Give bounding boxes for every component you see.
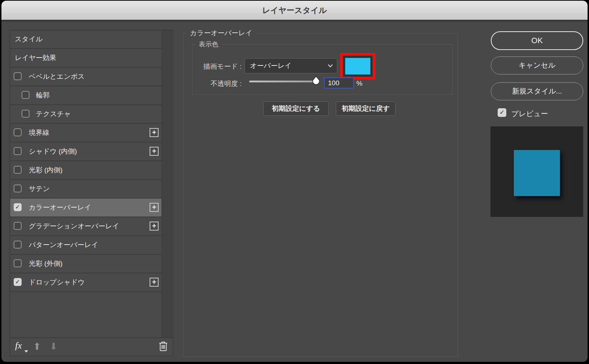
effect-checkbox-checked[interactable]: ✓ <box>14 278 22 286</box>
sidebar-item-label: サテン <box>29 180 50 198</box>
opacity-slider-track[interactable] <box>249 81 318 82</box>
sidebar-item-1[interactable]: レイヤー効果 <box>10 49 161 68</box>
effects-sidebar: スタイルレイヤー効果ベベルとエンボス輪郭テクスチャ境界線+シャドウ (内側)+光… <box>10 30 173 356</box>
sidebar-item-label: テクスチャ <box>36 105 71 123</box>
sidebar-item-label: レイヤー効果 <box>15 49 56 67</box>
sidebar-item-label: 境界線 <box>29 124 49 142</box>
blend-mode-select[interactable]: オーバーレイ <box>245 58 337 73</box>
new-style-button[interactable]: 新規スタイル... <box>491 82 583 100</box>
check-icon: ✓ <box>498 108 506 117</box>
effect-checkbox-unchecked[interactable] <box>14 241 22 249</box>
sidebar-item-label: パターンオーバーレイ <box>29 236 98 254</box>
effect-checkbox-checked[interactable]: ✓ <box>14 203 22 211</box>
section-title: カラーオーバーレイ <box>187 28 256 38</box>
style-preview-swatch <box>514 150 560 196</box>
opacity-input[interactable] <box>324 77 354 88</box>
sidebar-item-label: カラーオーバーレイ <box>29 199 91 217</box>
check-icon: ✓ <box>14 278 22 286</box>
highlight-annotation-box <box>340 53 375 79</box>
add-effect-instance-button[interactable]: + <box>150 222 159 231</box>
ok-button[interactable]: OK <box>491 31 583 50</box>
sidebar-scrollbar[interactable] <box>161 30 174 338</box>
make-default-button[interactable]: 初期設定にする <box>263 101 329 116</box>
sidebar-item-2[interactable]: ベベルとエンボス <box>10 68 161 86</box>
check-icon: ✓ <box>14 203 22 211</box>
style-preview-area <box>490 126 583 217</box>
sidebar-item-label: グラデーションオーバーレイ <box>29 217 119 235</box>
sidebar-item-label: ベベルとエンボス <box>29 68 85 86</box>
sidebar-item-label: ドロップシャドウ <box>29 273 85 291</box>
sidebar-item-label: スタイル <box>15 30 43 48</box>
sidebar-item-3[interactable]: 輪郭 <box>10 86 161 105</box>
sidebar-item-4[interactable]: テクスチャ <box>10 105 161 124</box>
sidebar-item-7[interactable]: 光彩 (内側) <box>10 161 161 180</box>
effect-checkbox-unchecked[interactable] <box>14 166 22 174</box>
effect-checkbox-unchecked[interactable] <box>14 128 22 136</box>
effect-checkbox-unchecked[interactable] <box>22 110 29 118</box>
sidebar-item-8[interactable]: サテン <box>10 180 161 199</box>
fx-caret-icon <box>24 350 28 352</box>
titlebar-shadow <box>1 20 588 22</box>
sidebar-item-label: シャドウ (内側) <box>29 142 77 160</box>
effect-checkbox-unchecked[interactable] <box>14 72 22 80</box>
sidebar-item-label: 光彩 (内側) <box>29 161 63 179</box>
add-effect-instance-button[interactable]: + <box>150 203 159 212</box>
sidebar-item-12[interactable]: 光彩 (外側) <box>10 255 161 273</box>
cancel-button[interactable]: キャンセル <box>491 56 583 74</box>
fx-menu-button[interactable]: fx <box>15 340 22 351</box>
sidebar-item-9[interactable]: ✓カラーオーバーレイ+ <box>10 199 161 217</box>
sidebar-item-11[interactable]: パターンオーバーレイ <box>10 236 161 255</box>
dialog-title: レイヤースタイル <box>1 1 588 20</box>
reset-to-default-button[interactable]: 初期設定に戻す <box>336 101 396 116</box>
overlay-color-swatch[interactable] <box>343 56 373 77</box>
layer-style-dialog-screen: レイヤースタイル スタイルレイヤー効果ベベルとエンボス輪郭テクスチャ境界線+シャ… <box>0 0 589 364</box>
add-effect-instance-button[interactable]: + <box>150 128 159 137</box>
opacity-label: 不透明度 : <box>167 79 242 88</box>
sidebar-item-label: 光彩 (外側) <box>29 255 63 273</box>
dialog-titlebar[interactable]: レイヤースタイル <box>1 1 588 20</box>
effect-checkbox-unchecked[interactable] <box>14 147 22 155</box>
opacity-slider-thumb[interactable] <box>312 76 320 87</box>
sidebar-footer: fx ⬆ ⬇ <box>10 337 173 356</box>
chevron-down-icon <box>328 64 333 68</box>
sidebar-item-10[interactable]: グラデーションオーバーレイ+ <box>10 217 161 236</box>
trash-icon <box>159 341 168 352</box>
sidebar-item-6[interactable]: シャドウ (内側)+ <box>10 142 161 161</box>
blend-mode-value: オーバーレイ <box>250 59 292 73</box>
preview-checkbox[interactable]: ✓ <box>498 108 506 117</box>
effects-list: スタイルレイヤー効果ベベルとエンボス輪郭テクスチャ境界線+シャドウ (内側)+光… <box>10 30 161 292</box>
effect-checkbox-unchecked[interactable] <box>14 222 22 230</box>
effect-checkbox-unchecked[interactable] <box>22 91 29 99</box>
sidebar-item-label: 輪郭 <box>36 86 50 104</box>
layer-style-dialog: レイヤースタイル スタイルレイヤー効果ベベルとエンボス輪郭テクスチャ境界線+シャ… <box>1 1 588 362</box>
add-effect-instance-button[interactable]: + <box>150 147 159 156</box>
opacity-unit: % <box>356 79 362 87</box>
effect-checkbox-unchecked[interactable] <box>14 185 22 192</box>
add-effect-instance-button[interactable]: + <box>150 278 159 287</box>
preview-checkbox-label: プレビュー <box>511 109 548 119</box>
blend-mode-label: 描画モード : <box>167 62 242 71</box>
move-effect-up-button[interactable]: ⬆ <box>33 340 41 353</box>
delete-effect-button[interactable] <box>159 341 168 352</box>
effect-checkbox-unchecked[interactable] <box>14 259 22 267</box>
sidebar-item-5[interactable]: 境界線+ <box>10 124 161 142</box>
move-effect-down-button[interactable]: ⬇ <box>50 340 58 353</box>
sidebar-item-13[interactable]: ✓ドロップシャドウ+ <box>10 273 161 292</box>
sidebar-item-0[interactable]: スタイル <box>10 30 161 49</box>
group-title: 表示色 <box>196 40 222 49</box>
